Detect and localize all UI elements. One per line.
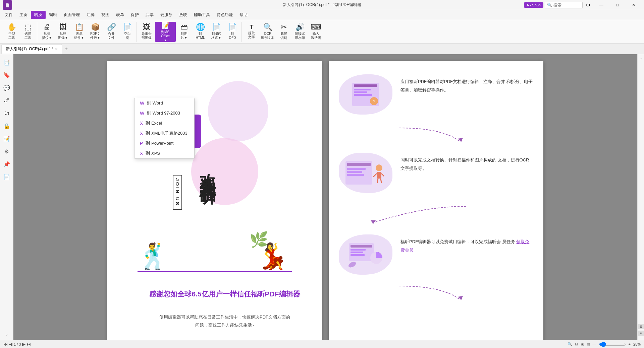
svg-rect-14 (347, 174, 364, 176)
form-component-button[interactable]: 📋 表单组件▼ (71, 22, 87, 42)
extract-text-button[interactable]: T 提取文字 (244, 22, 259, 42)
zoom-out-button[interactable]: — (593, 342, 596, 346)
to-image-button[interactable]: 🗃 到图片▼ (176, 22, 192, 42)
blank-page-button[interactable]: 📄 空白页 (120, 22, 135, 42)
rtf-icon: 📄 (212, 23, 221, 31)
arrow-2 (339, 203, 533, 226)
menu-special[interactable]: 特色功能 (213, 11, 236, 19)
maximize-button[interactable]: □ (610, 0, 625, 10)
hand-icon: ✋ (7, 23, 16, 31)
search-box[interactable]: 🔍 (545, 2, 583, 8)
search-icon: 🔍 (547, 3, 552, 7)
menu-home[interactable]: 主页 (16, 11, 31, 19)
sidebar-thumbnails-button[interactable]: 📑 (1, 57, 12, 68)
to-rtf-button[interactable]: 📄 到rtf它格式▼ (209, 22, 224, 42)
text-icon: T (250, 24, 254, 30)
feature-1: ✎ 应用福昕PDF编辑器对PDF文档进行编辑、注释、合并 和拆分、电子签章、加密… (339, 74, 533, 115)
menu-form[interactable]: 表单 (113, 11, 127, 19)
to-xps-item[interactable]: X 到 XPS (135, 148, 194, 158)
view-fit-button[interactable]: 🔍 (568, 342, 572, 346)
scanner-icon: 🖨 (43, 23, 51, 31)
single-page-button[interactable]: ▣ (581, 342, 584, 346)
xml-icon: X (140, 131, 143, 136)
tts-button[interactable]: 🔊 朗读试用水印 (292, 22, 308, 42)
select-icon: ⬚ (24, 23, 32, 31)
to-word-97-item[interactable]: W 到 Word 97-2003 (135, 108, 194, 118)
new-tab-button[interactable]: + (62, 45, 70, 53)
svg-rect-24 (351, 249, 366, 251)
menu-view[interactable]: 视图 (98, 11, 113, 19)
menu-convert[interactable]: 转换 (31, 11, 46, 19)
menu-present[interactable]: 放映 (176, 11, 191, 19)
feature-3-description: 福昕PDF编辑器可以免费试用编辑，可以完成福昕会 员任务 领取免费会员 (400, 238, 533, 254)
screenshot-button[interactable]: ✂ 截屏识别 (276, 22, 291, 42)
to-word-item[interactable]: W 到 Word (135, 98, 194, 108)
prev-page-button[interactable]: ◀ (9, 342, 12, 347)
menu-protect[interactable]: 保护 (127, 11, 142, 19)
activation-button[interactable]: ⌨ 输入激活码 (308, 22, 324, 42)
to-excel-item[interactable]: X 到 Excel (135, 118, 194, 128)
two-page-button[interactable]: ▤ (587, 342, 590, 346)
tab-bar: 新人引导(1)_OCR(4).pdf * ✕ + (0, 44, 644, 54)
sidebar-collapse-button[interactable]: › (4, 334, 9, 336)
sidebar-attachments-button[interactable]: 🖇 (1, 95, 12, 106)
sidebar-comments-button[interactable]: 💬 (1, 82, 12, 93)
last-page-button[interactable]: ⏭ (27, 342, 31, 347)
from-image-button[interactable]: 🖼 从贴图像▼ (55, 22, 71, 42)
merge-button[interactable]: 🔗 合并文件 (104, 22, 119, 42)
view-actual-button[interactable]: ⊡ (575, 342, 578, 346)
zoom-in-button[interactable]: + (629, 342, 631, 346)
list-view-button[interactable]: ≡ (638, 331, 644, 336)
svg-rect-25 (351, 252, 363, 253)
sidebar-bookmarks-button[interactable]: 🔖 (1, 70, 12, 80)
document-tab[interactable]: 新人引导(1)_OCR(4).pdf * ✕ (1, 44, 62, 54)
toolbar-group-2: 🖨 从扫描仪▼ 🖼 从贴图像▼ 📋 表单组件▼ 📦 PDF文件包▼ 🔗 合并文件… (38, 22, 137, 42)
right-sidebar-toggle[interactable]: › (639, 58, 643, 59)
svg-point-28 (347, 261, 357, 269)
to-ofd-button[interactable]: 📄 到OFD (225, 22, 240, 42)
first-page-button[interactable]: ⏮ (3, 342, 8, 347)
menu-annotate[interactable]: 注释 (83, 11, 98, 19)
to-xml-item[interactable]: X 到 XML电子表格2003 (135, 128, 194, 138)
export-image-button[interactable]: 🖼 导出全部图像 (139, 22, 154, 42)
merge-icon: 🔗 (107, 23, 116, 31)
sidebar-security-button[interactable]: 🔒 (1, 121, 12, 131)
next-page-button[interactable]: ▶ (22, 342, 25, 347)
select-tool-button[interactable]: ⬚ 选择工具 (20, 22, 36, 42)
toolbar-group-1: ✋ 手型工具 ⬚ 选择工具 (3, 22, 37, 42)
sidebar-layers-button[interactable]: 🗂 (1, 108, 12, 119)
ocr-button[interactable]: 🔍 OCR识别文本 (260, 22, 275, 42)
blank-icon: 📄 (123, 23, 132, 31)
join-us-text: JOIN US (173, 175, 182, 210)
zoom-slider[interactable] (599, 342, 626, 347)
to-html-button[interactable]: 🌐 到HTML (193, 22, 208, 42)
menu-tools[interactable]: 辅助工具 (191, 11, 213, 19)
menu-help[interactable]: 帮助 (236, 11, 251, 19)
scan-button[interactable]: 🖨 从扫描仪▼ (39, 22, 55, 42)
grid-view-button[interactable]: ⊞ (638, 324, 644, 329)
sidebar-signatures-button[interactable]: 📝 (1, 133, 12, 144)
menu-cloud[interactable]: 云服务 (157, 11, 176, 19)
document-area[interactable]: W 到 Word W 到 Word 97-2003 X 到 Excel X 到 … (13, 54, 637, 340)
page-navigation: ⏮ ◀ 1 / 3 ▶ ⏭ (3, 342, 31, 347)
left-sidebar: 📑 🔖 💬 🖇 🗂 🔒 📝 ⚙ 📌 📄 › (0, 54, 13, 340)
ocr-icon: 🔍 (263, 23, 272, 31)
sidebar-stamp-button[interactable]: 📌 (1, 159, 12, 169)
menu-edit[interactable]: 编辑 (46, 11, 60, 19)
pdf-package-button[interactable]: 📦 PDF文件包▼ (88, 22, 103, 42)
search-input[interactable] (553, 3, 580, 7)
to-image-icon: 🗃 (180, 23, 188, 31)
close-button[interactable]: ✕ (626, 0, 641, 10)
settings-icon[interactable]: ⚙ (584, 2, 592, 8)
svg-line-19 (377, 179, 378, 183)
menu-file[interactable]: 文件 (1, 11, 16, 19)
menu-page-manage[interactable]: 页面管理 (60, 11, 83, 19)
sidebar-fields-button[interactable]: ⚙ (1, 146, 12, 157)
minimize-button[interactable]: — (594, 0, 609, 10)
to-powerpoint-item[interactable]: P 到 PowerPoint (135, 138, 194, 148)
to-office-button[interactable]: 📝 到MSOffice ▼ (155, 22, 176, 42)
sidebar-pages-button[interactable]: 📄 (1, 171, 12, 182)
hand-tool-button[interactable]: ✋ 手型工具 (4, 22, 19, 42)
close-tab-button[interactable]: ✕ (55, 47, 58, 51)
menu-share[interactable]: 共享 (142, 11, 157, 19)
